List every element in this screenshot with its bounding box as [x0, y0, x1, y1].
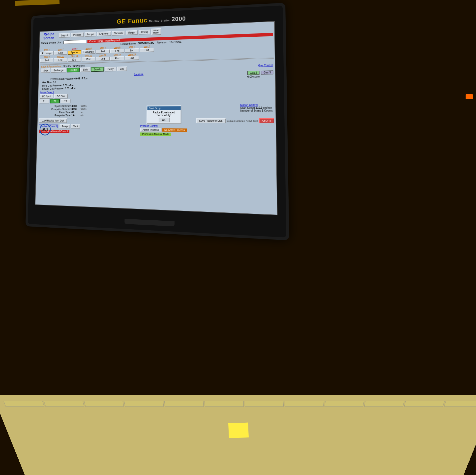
engineer-button[interactable]: Engineer [97, 31, 111, 36]
sputter-setpoint-unit: Watts [81, 105, 87, 107]
vent-button[interactable]: Vent [71, 124, 80, 129]
step-11-btn[interactable]: End [67, 58, 81, 62]
key[interactable] [245, 401, 284, 407]
user-input[interactable] [63, 40, 86, 44]
key[interactable] [285, 401, 324, 407]
step-13-label[interactable]: Step 13 [96, 54, 110, 57]
save-recipe-button[interactable]: Save Recipe to Disk [196, 118, 226, 123]
key[interactable] [364, 401, 404, 407]
save-abort-group: Save Recipe to Disk 07/1/24 12:33:24 Act… [196, 118, 274, 123]
t2-button[interactable]: T2 [50, 99, 60, 103]
etch-button[interactable]: Etch [80, 67, 90, 72]
alarm-reset-button[interactable]: AlarmReset [151, 28, 161, 35]
step-2-label[interactable]: Step 2 [54, 48, 67, 51]
dc-bias-button[interactable]: DC Bias [54, 94, 68, 99]
orange-sticker [466, 94, 473, 99]
config-button[interactable]: Config [139, 30, 150, 34]
step-3-btn[interactable]: Sputter [68, 50, 81, 55]
t1-button[interactable]: T1 [39, 99, 49, 103]
process-button[interactable]: Process [71, 33, 84, 37]
loadlock-manual-area: Loadlock in Manual Control [39, 129, 139, 134]
step-2-btn[interactable]: Etch [54, 51, 67, 55]
step-14-btn[interactable]: End [110, 56, 124, 61]
pump-button[interactable]: Pump [60, 124, 70, 128]
loadlock-controls-row: Loadlock Control Pump Vent [39, 124, 139, 129]
scan-speed-label: Scan Speed [240, 106, 255, 109]
active-step-label: Active Step [246, 120, 258, 122]
step-1-btn[interactable]: Exchange [40, 51, 54, 56]
num-scans-label: Number of Scans [240, 109, 261, 112]
key[interactable] [124, 401, 164, 407]
step-1-label[interactable]: Step 1 [40, 48, 54, 51]
recipe-button[interactable]: Recipe [85, 32, 96, 37]
brand-name: GE Fanuc [117, 17, 148, 25]
end-button[interactable]: End [117, 67, 127, 71]
num-scans-value: 1 [262, 109, 263, 112]
step-4-btn[interactable]: Exchange [82, 50, 95, 54]
params-step-title: Step 3 Parameters [41, 65, 61, 68]
modal-ok-button[interactable]: OK [158, 118, 170, 122]
key[interactable] [444, 401, 476, 407]
gas-flow-label: Gas Flow [42, 81, 52, 84]
sputter-button[interactable]: Sputter [67, 68, 80, 72]
model-number: 2000 [172, 15, 186, 22]
scan-speed-value: 210.0 [256, 106, 262, 109]
step-6-btn[interactable]: End [110, 49, 124, 53]
dc-sput-button[interactable]: DC Sput [40, 94, 54, 99]
ramp-time-row: Ramp Time 60 sec [39, 110, 236, 114]
step-8-btn[interactable]: End [140, 48, 154, 52]
skip-button[interactable]: Skip [41, 68, 50, 73]
step-7-label[interactable]: Step 7 [125, 45, 139, 48]
process-start-value: 6.00E -7 [74, 77, 83, 80]
presputter-time-label: Presputter Time [39, 114, 71, 117]
step-15-label[interactable]: Step 15 [125, 53, 139, 56]
gas-control-label: Gas Control [258, 64, 272, 67]
delay-button[interactable]: Delay [105, 67, 116, 71]
regen-button[interactable]: Regen [126, 30, 138, 35]
exchange-button[interactable]: Exchange [51, 68, 66, 73]
active-process-button[interactable]: Active Process [140, 128, 161, 132]
sputter-gas-unit: mTorr [70, 87, 76, 90]
key[interactable] [205, 401, 244, 407]
gas-flow-value: 0.0 [53, 81, 56, 84]
keyboard-keys [0, 395, 476, 413]
step-4-label[interactable]: Step 4 [82, 47, 95, 50]
step-3-label[interactable]: Step 3 [68, 47, 81, 50]
step-15-btn[interactable]: End [125, 56, 139, 60]
step-12-label[interactable]: Step 12 [82, 54, 95, 57]
key[interactable] [164, 401, 204, 407]
key[interactable] [84, 401, 124, 407]
step-12-btn[interactable]: End [82, 57, 95, 62]
monitor-bezel: GE Fanuc Display Station 2000 Recipe Scr… [28, 5, 286, 238]
abort-button[interactable]: ABORT [259, 118, 274, 123]
vacuum-button[interactable]: Vacuum [112, 31, 125, 36]
step-13-btn[interactable]: End [96, 57, 110, 61]
gas-2-col: Gas 2 0.00 sccm [247, 71, 260, 78]
step-8-label[interactable]: Step 8 [140, 45, 154, 48]
key[interactable] [44, 401, 84, 407]
load-recipe-button[interactable]: Load Recipe from Disk [39, 118, 67, 123]
step-5-label[interactable]: Step 5 [96, 46, 110, 49]
step-6-label[interactable]: Step 6 [110, 46, 124, 49]
key[interactable] [3, 401, 45, 407]
params-param-title: Sputter Parameters [63, 64, 85, 68]
step-9-btn[interactable]: End [40, 58, 54, 63]
step-7-btn[interactable]: End [125, 48, 139, 53]
logout-button[interactable]: Logout [59, 33, 70, 38]
key[interactable] [404, 401, 445, 407]
process-manual-row: Process in Manual Mode [140, 133, 274, 136]
presputter-setpoint-label: Presputter Setpoint [39, 108, 70, 111]
step-14-label[interactable]: Step 14 [110, 53, 124, 56]
ui-root: Recipe Screen Logout Process Recipe Engi… [35, 22, 277, 215]
step-9-label[interactable]: Step 9 [40, 56, 53, 58]
step-10-btn[interactable]: End [54, 58, 67, 62]
modal-title: BasicScript [147, 106, 180, 110]
step-5-btn[interactable]: End [96, 49, 110, 54]
burn-in-button[interactable]: Burn In [91, 67, 104, 72]
motion-title: Motion Control [240, 103, 273, 106]
step-11-label[interactable]: Step 11 [68, 55, 81, 57]
yellow-tape [15, 0, 60, 6]
key[interactable] [325, 401, 364, 407]
t3-button[interactable]: T3 [61, 99, 71, 103]
step-10-label[interactable]: Step 10 [54, 55, 67, 58]
